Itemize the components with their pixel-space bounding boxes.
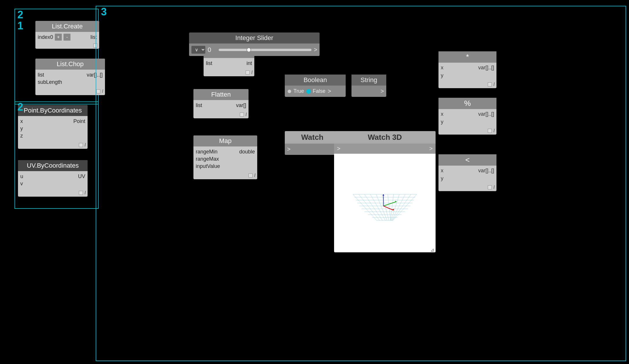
- map-port: I: [254, 173, 255, 178]
- int-slider-track[interactable]: [219, 49, 311, 51]
- count-input: list: [206, 60, 212, 66]
- star-op-checkbox[interactable]: [488, 82, 492, 86]
- point-output: Point: [73, 118, 85, 124]
- pct-op-y: y: [441, 119, 443, 125]
- point-y: y: [20, 126, 23, 132]
- uv-checkbox[interactable]: [79, 191, 83, 195]
- svg-line-11: [359, 194, 380, 220]
- watch3d-node: Watch 3D > >: [334, 131, 436, 252]
- svg-line-16: [388, 194, 391, 220]
- watch-title: Watch: [285, 131, 340, 144]
- region1-label: 1: [17, 20, 23, 32]
- uv-node: UV.ByCoordinates u UV v I: [18, 160, 88, 197]
- point-port: I: [85, 142, 86, 148]
- watch3d-title: Watch 3D: [334, 131, 436, 144]
- map-inputValue: inputValue: [196, 163, 220, 169]
- svg-line-12: [365, 194, 383, 220]
- svg-marker-27: [383, 194, 384, 195]
- point-node: Point.ByCoordinates x Point y z I: [18, 105, 88, 149]
- boolean-true-group[interactable]: True: [287, 88, 304, 94]
- star-op-x: x: [441, 65, 443, 71]
- list-create-plus[interactable]: +: [55, 34, 62, 41]
- count-checkbox[interactable]: [246, 70, 250, 75]
- star-op-node: * x var[]..[] y I: [438, 51, 496, 88]
- map-title: Map: [193, 135, 257, 146]
- string-gt: >: [380, 88, 384, 95]
- lt-op-title: <: [438, 154, 496, 166]
- flatten-node: Flatten list var[] I: [193, 89, 249, 118]
- pct-op-output: var[]..[]: [478, 111, 494, 117]
- flatten-input: list: [196, 102, 202, 108]
- map-rangeMax: rangeMax: [196, 156, 219, 162]
- lt-op-y: y: [441, 175, 443, 182]
- string-node: String >: [351, 75, 386, 97]
- integer-slider-node: Integer Slider ∨ 0 >: [189, 32, 320, 56]
- region1-top-label: 2: [17, 9, 23, 21]
- uv-u: u: [20, 173, 23, 180]
- pct-op-title: %: [438, 98, 496, 109]
- svg-line-17: [391, 194, 394, 220]
- region1-panel: List.Create index0 + - list List.Chop li…: [14, 9, 99, 104]
- boolean-false-group[interactable]: False: [306, 88, 325, 94]
- svg-line-10: [353, 194, 377, 220]
- lt-op-x: x: [441, 168, 443, 174]
- list-chop-input1: list: [38, 72, 44, 78]
- region3-label: 3: [101, 6, 107, 18]
- list-chop-title: List.Chop: [35, 59, 105, 70]
- watch3d-viewport: ⊿: [334, 154, 436, 252]
- svg-line-22: [383, 202, 396, 206]
- boolean-true-label: True: [293, 88, 304, 94]
- region3-panel: Count list int I Flatten list var[] I Ma…: [96, 6, 626, 361]
- int-slider-title: Integer Slider: [189, 32, 320, 44]
- uv-port: I: [85, 190, 86, 195]
- pct-op-checkbox[interactable]: [488, 129, 492, 133]
- point-x: x: [20, 118, 23, 124]
- pct-op-node: % x var[]..[] y I: [438, 98, 496, 135]
- string-title: String: [351, 75, 386, 86]
- lt-op-node: < x var[]..[] y I: [438, 154, 496, 191]
- uv-v: v: [20, 181, 23, 187]
- count-port: I: [251, 70, 253, 75]
- list-create-index: index0: [38, 34, 53, 40]
- uv-title: UV.ByCoordinates: [18, 160, 88, 171]
- flatten-title: Flatten: [193, 89, 249, 100]
- watch-node: Watch > >: [285, 131, 340, 155]
- list-chop-input2: subLength: [38, 79, 62, 85]
- boolean-false-radio[interactable]: [306, 89, 311, 94]
- lt-op-output: var[]..[]: [478, 168, 494, 174]
- flatten-checkbox[interactable]: [240, 113, 244, 117]
- point-z: z: [20, 133, 23, 139]
- lt-op-checkbox[interactable]: [488, 185, 492, 189]
- list-chop-node: List.Chop list var[]..[] subLength I: [35, 59, 105, 95]
- int-slider-thumb[interactable]: [246, 48, 251, 52]
- region2-panel: Point.ByCoordinates x Point y z I UV.ByC…: [14, 102, 99, 209]
- watch3d-gt-left: >: [337, 145, 340, 152]
- point-title: Point.ByCoordinates: [18, 105, 88, 116]
- flatten-output: var[]: [236, 102, 246, 108]
- svg-line-21: [393, 194, 417, 220]
- svg-marker-25: [395, 201, 396, 202]
- boolean-gt: >: [328, 88, 331, 95]
- map-node: Map rangeMin double rangeMax inputValue …: [193, 135, 257, 179]
- region2-label: 2: [17, 101, 23, 113]
- watch-gt-left: >: [287, 146, 291, 153]
- point-checkbox[interactable]: [79, 143, 83, 147]
- int-slider-value: 0: [208, 46, 216, 54]
- list-create-minus[interactable]: -: [64, 34, 70, 41]
- list-create-node: List.Create index0 + - list: [35, 21, 99, 49]
- watch3d-svg: [344, 171, 425, 235]
- boolean-true-radio[interactable]: [287, 89, 292, 94]
- list-create-title: List.Create: [35, 21, 99, 32]
- map-output: double: [239, 149, 255, 155]
- star-op-title: *: [438, 51, 496, 63]
- star-op-y: y: [441, 73, 443, 79]
- map-checkbox[interactable]: [249, 173, 253, 178]
- lt-op-port: I: [494, 185, 495, 190]
- watch3d-resize[interactable]: ⊿: [430, 247, 434, 251]
- pct-op-port: I: [494, 128, 495, 133]
- pct-op-x: x: [441, 111, 443, 117]
- svg-line-19: [392, 194, 405, 220]
- map-rangeMin: rangeMin: [196, 149, 217, 155]
- uv-output: UV: [78, 173, 85, 180]
- int-slider-dropdown[interactable]: ∨: [191, 46, 205, 54]
